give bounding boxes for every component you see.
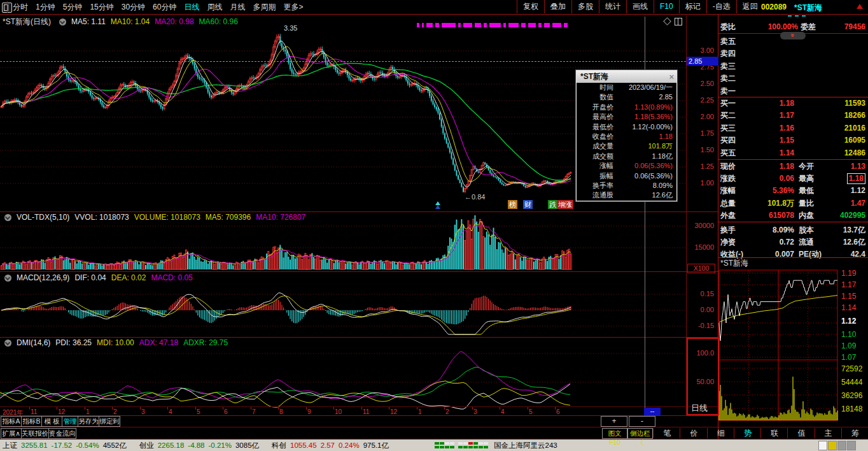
ask-row-卖五[interactable]: 卖五 [718, 36, 868, 48]
index-quote-科创[interactable]: 科创1055.452.570.24%975.1亿 [272, 441, 393, 449]
detail-row: 换手8.09%股本13.7亿 [718, 224, 868, 236]
sidebar-tab-势[interactable]: 势 [734, 428, 761, 438]
tool-button-叠加[interactable]: 叠加 [544, 0, 571, 13]
ma-values: MA5: 1.11MA10: 1.04MA20: 0.98MA60: 0.96 [71, 17, 243, 26]
tool-button-复权[interactable]: 复权 [517, 0, 544, 13]
zoom-in-button[interactable]: + [601, 416, 627, 427]
rank-icon[interactable] [847, 441, 856, 450]
index-quote-创业[interactable]: 创业2265.18-4.88-0.21%3085亿 [139, 441, 263, 449]
tab-指标A[interactable]: 指标A [1, 416, 22, 427]
index-quote-上证[interactable]: 上证3255.81-17.52-0.54%4552亿 [3, 441, 130, 449]
x100-unit-label: X100 [687, 264, 715, 273]
ma-value: MA5: 1.11 [71, 17, 106, 26]
tab-另存为[interactable]: 另存为 [78, 416, 99, 427]
divider [718, 222, 868, 222]
menu-item-日线[interactable]: 日线 [184, 0, 199, 14]
dmi-chart[interactable] [0, 347, 686, 413]
tool-button-多股[interactable]: 多股 [571, 0, 599, 13]
event-badge-增涨[interactable]: 增涨 [557, 200, 573, 209]
tool-button--自选[interactable]: -自选 [706, 0, 736, 13]
bid-row-买一[interactable]: 买一1.1811593 [718, 97, 868, 110]
tooltip-row: 最低价1.12(-0.00%) [577, 122, 676, 132]
menu-item-多周期[interactable]: 多周期 [253, 0, 276, 14]
footer-button-资金流向[interactable]: 资金流向 [48, 428, 76, 439]
bid-row-买二[interactable]: 买二1.1718266 [718, 110, 868, 122]
top-menu-bar: 分时1分钟5分钟15分钟30分钟60分钟日线周线月线多周期更多> 复权叠加多股统… [0, 0, 868, 14]
footer-button-图文F10[interactable]: 图文F10 [602, 428, 627, 439]
sidebar-tab-主[interactable]: 主 [815, 428, 842, 438]
event-badge-跌[interactable]: 跌 [548, 200, 557, 209]
close-icon[interactable]: × [669, 71, 674, 83]
low-annotation: ←0.84 [465, 193, 485, 201]
sidebar-tab-筹[interactable]: 筹 [841, 428, 868, 438]
ask-row-卖三[interactable]: 卖三 [718, 61, 868, 73]
ask-row-卖四[interactable]: 卖四 [718, 48, 868, 60]
axis-label: 2.25 [686, 96, 714, 104]
tab-模 板[interactable]: 模 板 [41, 416, 62, 427]
bid-row-买四[interactable]: 买四1.1516095 [718, 134, 868, 147]
footer-button-扩展∧[interactable]: 扩展∧ [1, 428, 22, 439]
menu-item-15分钟[interactable]: 15分钟 [90, 0, 113, 14]
axis-label: 0.15 [686, 290, 714, 297]
kline-title: *ST新海(日线) [3, 17, 51, 26]
server-name[interactable]: 国金上海阿里云243 [494, 440, 557, 451]
mini-axis-label: 72592 [841, 364, 862, 373]
tab-管理[interactable]: 管理 [62, 416, 78, 427]
sidebar-tab-值[interactable]: 值 [787, 428, 815, 438]
indicator-value: VOLUME: 1018073 [134, 213, 200, 222]
chevron-down-icon[interactable] [4, 214, 11, 221]
sidebar-tab-联[interactable]: 联 [760, 428, 788, 438]
tooltip-row: 成交量101.8万 [577, 141, 676, 151]
mini-axis-label: 54444 [841, 378, 862, 387]
event-badge-榜[interactable]: 榜 [508, 200, 517, 209]
tool-button-画线[interactable]: 画线 [626, 0, 654, 13]
timeline-label: 2 [113, 408, 117, 415]
menu-item-30分钟[interactable]: 30分钟 [122, 0, 145, 14]
sidebar-tab-细[interactable]: 细 [707, 428, 734, 438]
timeline-label: 12 [58, 408, 65, 415]
tool-button-标记[interactable]: 标记 [679, 0, 706, 13]
chevron-down-icon[interactable] [4, 275, 11, 282]
macd-chart[interactable] [0, 280, 686, 336]
footer-button-侧边栏《[interactable]: 侧边栏《 [627, 428, 653, 439]
menu-item-周线[interactable]: 周线 [207, 0, 222, 14]
zoom-out-button[interactable]: - [629, 416, 655, 427]
tool-button-返回[interactable]: 返回 [736, 0, 764, 13]
chevron-down-icon[interactable] [59, 18, 66, 25]
menu-item-5分钟[interactable]: 5分钟 [63, 0, 83, 14]
sidebar-tab-笔[interactable]: 笔 [653, 428, 680, 438]
timeline-tick [195, 407, 196, 410]
bid-row-买三[interactable]: 买三1.1621016 [718, 122, 868, 134]
indicator-value: DMI(14,6) [17, 338, 50, 347]
menu-item-60分钟[interactable]: 60分钟 [153, 0, 176, 14]
tool-button-统计[interactable]: 统计 [599, 0, 626, 13]
mini-axis-label: 1.12 [841, 317, 856, 326]
axis-label: 2.00 [686, 113, 714, 120]
seal-icon[interactable] [837, 441, 846, 450]
tab-绑定到[interactable]: 绑定到 [99, 416, 120, 427]
menu-item-1分钟[interactable]: 1分钟 [36, 0, 55, 14]
tab-指标B[interactable]: 指标B [21, 416, 42, 427]
menu-item-分时[interactable]: 分时 [13, 0, 28, 14]
menu-item-月线[interactable]: 月线 [230, 0, 245, 14]
sidebar-tab-价[interactable]: 价 [680, 428, 707, 438]
tool-button-F10[interactable]: F10 [654, 0, 679, 13]
panel-collapse-handle[interactable] [788, 15, 806, 17]
timeline-label: 12 [390, 408, 397, 415]
intraday-mini-chart[interactable] [718, 268, 839, 422]
menu-item-更多>[interactable]: 更多> [283, 0, 303, 14]
ask-row-卖二[interactable]: 卖二 [718, 73, 868, 85]
axis-label: 1.25 [686, 162, 714, 170]
footer-button-关联报价[interactable]: 关联报价 [21, 428, 49, 439]
doc-icon[interactable] [818, 441, 827, 450]
coin-icon[interactable] [828, 441, 837, 450]
ask-row-卖一[interactable]: 卖一 [718, 85, 868, 97]
redacted-block [435, 23, 439, 27]
detail-row: 涨跌0.06最高1.18 [718, 173, 868, 185]
scroll-up-icon[interactable] [857, 4, 863, 9]
ma-value: MA10: 1.04 [111, 17, 150, 26]
event-badge-财[interactable]: 财 [523, 200, 533, 209]
bid-row-买五[interactable]: 买五1.1412486 [718, 147, 868, 159]
chevron-down-icon[interactable] [4, 340, 11, 347]
timeline-label: 6 [224, 408, 228, 415]
